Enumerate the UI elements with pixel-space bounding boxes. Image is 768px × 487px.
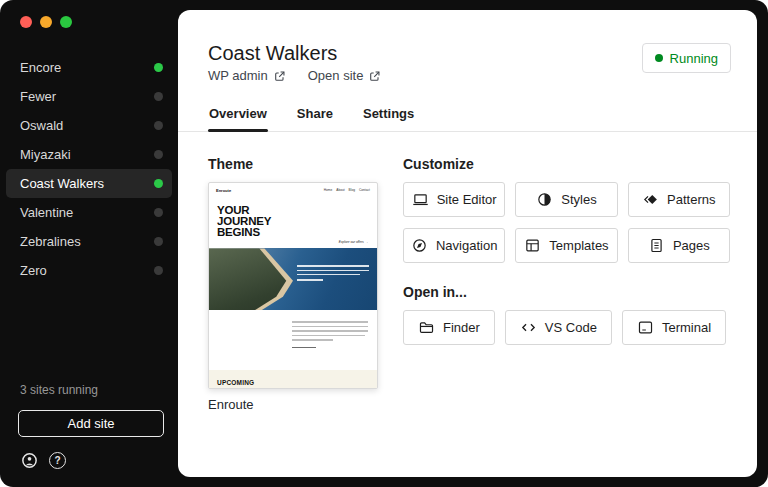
templates-icon (524, 237, 541, 254)
sidebar-item-oswald[interactable]: Oswald (6, 111, 172, 140)
site-status-dot (154, 266, 163, 275)
site-name: Coast Walkers (20, 176, 104, 191)
site-name: Oswald (20, 118, 63, 133)
preview-hero-line: BEGINS (217, 227, 369, 238)
site-name: Encore (20, 60, 61, 75)
preview-paragraph (292, 321, 368, 351)
zoom-window-button[interactable] (60, 16, 72, 28)
sidebar-item-coast-walkers[interactable]: Coast Walkers (6, 169, 172, 198)
button-label: Pages (673, 238, 710, 253)
open-vscode-button[interactable]: VS Code (505, 310, 612, 345)
preview-hero-line: JOURNEY (217, 216, 369, 227)
button-label: Site Editor (437, 192, 497, 207)
running-dot-icon (655, 54, 663, 62)
customize-section: Customize Site Editor Styles (403, 156, 730, 412)
tab-bar: Overview Share Settings (178, 100, 757, 132)
sidebar-item-zebralines[interactable]: Zebralines (6, 227, 172, 256)
sidebar-site-list: Encore Fewer Oswald Miyazaki Coast Walke… (0, 53, 178, 285)
theme-preview-thumbnail[interactable]: Enroute Home About Blog Contact YOUR JOU… (208, 182, 378, 389)
navigation-icon (411, 237, 428, 254)
sites-running-count: 3 sites running (20, 383, 98, 397)
open-in-button-row: Finder VS Code Terminal (403, 310, 730, 345)
pages-icon (648, 237, 665, 254)
finder-icon (418, 319, 435, 336)
external-link-icon (368, 70, 381, 83)
site-editor-icon (412, 191, 429, 208)
open-terminal-button[interactable]: Terminal (622, 310, 726, 345)
preview-hero: YOUR JOURNEY BEGINS (209, 197, 377, 238)
site-name: Valentine (20, 205, 73, 220)
wp-admin-link[interactable]: WP admin (208, 68, 286, 83)
theme-section: Theme Enroute Home About Blog Contact YO… (208, 156, 378, 412)
running-status-label: Running (670, 51, 718, 66)
preview-menu-item: About (336, 188, 344, 192)
main-panel: Coast Walkers WP admin Open site Running (178, 10, 757, 477)
button-label: Finder (443, 320, 480, 335)
overview-content: Theme Enroute Home About Blog Contact YO… (208, 156, 730, 412)
preview-menu-item: Contact (359, 188, 370, 192)
patterns-icon (642, 191, 659, 208)
account-icon[interactable] (21, 452, 38, 469)
header-links: WP admin Open site (208, 68, 381, 83)
site-name: Zero (20, 263, 47, 278)
preview-text-section (209, 310, 377, 370)
button-label: Templates (549, 238, 608, 253)
running-status-badge[interactable]: Running (642, 43, 731, 73)
pages-button[interactable]: Pages (628, 228, 730, 263)
wp-admin-link-label: WP admin (208, 68, 268, 83)
button-label: VS Code (545, 320, 597, 335)
preview-navbar: Enroute Home About Blog Contact (209, 183, 377, 197)
open-finder-button[interactable]: Finder (403, 310, 495, 345)
navigation-button[interactable]: Navigation (403, 228, 505, 263)
page-title: Coast Walkers (208, 42, 337, 65)
site-editor-button[interactable]: Site Editor (403, 182, 505, 217)
sidebar-item-valentine[interactable]: Valentine (6, 198, 172, 227)
vscode-icon (520, 319, 537, 336)
styles-button[interactable]: Styles (515, 182, 617, 217)
customize-button-grid: Site Editor Styles P (403, 182, 730, 263)
preview-logo: Enroute (216, 188, 231, 193)
button-label: Patterns (667, 192, 715, 207)
preview-quote-block (297, 265, 369, 283)
site-status-dot (154, 208, 163, 217)
site-status-dot (154, 150, 163, 159)
site-status-dot (154, 237, 163, 246)
preview-upcoming-heading: UPCOMING (217, 379, 254, 386)
site-status-dot (154, 121, 163, 130)
preview-menu: Home About Blog Contact (324, 188, 370, 192)
site-name: Fewer (20, 89, 56, 104)
open-site-link[interactable]: Open site (308, 68, 382, 83)
open-site-link-label: Open site (308, 68, 364, 83)
sidebar-item-zero[interactable]: Zero (6, 256, 172, 285)
theme-heading: Theme (208, 156, 378, 172)
customize-heading: Customize (403, 156, 730, 172)
button-label: Navigation (436, 238, 497, 253)
site-status-dot (154, 92, 163, 101)
preview-menu-item: Blog (349, 188, 355, 192)
preview-coast-photo (209, 248, 377, 310)
site-name: Zebralines (20, 234, 81, 249)
site-status-dot (154, 179, 163, 188)
tab-settings[interactable]: Settings (362, 100, 415, 131)
templates-button[interactable]: Templates (515, 228, 617, 263)
sidebar-item-miyazaki[interactable]: Miyazaki (6, 140, 172, 169)
button-label: Terminal (662, 320, 711, 335)
sidebar-item-encore[interactable]: Encore (6, 53, 172, 82)
site-status-dot (154, 63, 163, 72)
sidebar-bottom-icons: ? (21, 452, 66, 469)
help-icon[interactable]: ? (49, 452, 66, 469)
styles-icon (536, 191, 553, 208)
preview-explore-link: Explore our offers → (209, 238, 377, 248)
tab-overview[interactable]: Overview (208, 100, 268, 131)
add-site-button[interactable]: Add site (18, 410, 164, 437)
button-label: Styles (561, 192, 596, 207)
tab-share[interactable]: Share (296, 100, 334, 131)
open-in-heading: Open in... (403, 284, 730, 300)
sidebar-item-fewer[interactable]: Fewer (6, 82, 172, 111)
window-controls (20, 16, 72, 28)
minimize-window-button[interactable] (40, 16, 52, 28)
site-name: Miyazaki (20, 147, 71, 162)
close-window-button[interactable] (20, 16, 32, 28)
theme-name-label: Enroute (208, 397, 378, 412)
patterns-button[interactable]: Patterns (628, 182, 730, 217)
